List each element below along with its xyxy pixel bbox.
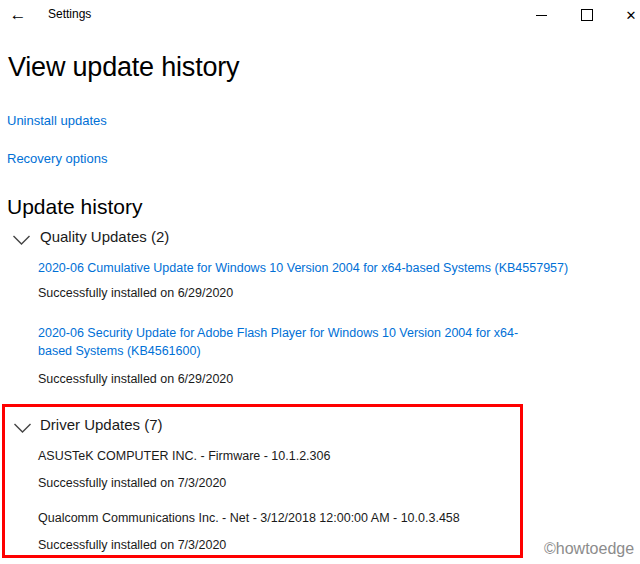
update-entry-status: Successfully installed on 6/29/2020 bbox=[38, 284, 233, 302]
uninstall-updates-link[interactable]: Uninstall updates bbox=[7, 113, 107, 128]
driver-entry-title: Qualcomm Communications Inc. - Net - 3/1… bbox=[38, 509, 460, 527]
maximize-button[interactable] bbox=[564, 0, 610, 30]
driver-entry-status: Successfully installed on 7/3/2020 bbox=[38, 536, 226, 554]
recovery-options-link[interactable]: Recovery options bbox=[7, 151, 107, 166]
quality-updates-collapse-toggle[interactable] bbox=[12, 232, 31, 250]
page-title: View update history bbox=[8, 52, 239, 83]
driver-updates-collapse-toggle[interactable] bbox=[13, 420, 32, 438]
chevron-down-icon bbox=[12, 234, 31, 246]
driver-updates-section-label[interactable]: Driver Updates (7) bbox=[40, 416, 163, 433]
chevron-down-icon bbox=[13, 422, 32, 434]
update-entry-link[interactable]: 2020-06 Cumulative Update for Windows 10… bbox=[38, 259, 568, 277]
back-arrow-icon: ← bbox=[10, 5, 27, 25]
close-button[interactable]: ✕ bbox=[608, 0, 640, 30]
back-button[interactable]: ← bbox=[2, 1, 34, 29]
maximize-icon bbox=[581, 9, 593, 21]
minimize-button[interactable] bbox=[518, 0, 564, 30]
window-title: Settings bbox=[48, 7, 91, 21]
update-entry-status: Successfully installed on 6/29/2020 bbox=[38, 370, 233, 388]
watermark: ©howtoedge bbox=[544, 540, 634, 558]
driver-entry-status: Successfully installed on 7/3/2020 bbox=[38, 474, 226, 492]
minimize-icon bbox=[536, 15, 547, 16]
driver-entry-title: ASUSTeK COMPUTER INC. - Firmware - 10.1.… bbox=[38, 447, 330, 465]
update-history-heading: Update history bbox=[7, 195, 142, 219]
quality-updates-section-label[interactable]: Quality Updates (2) bbox=[40, 228, 169, 245]
update-entry-link[interactable]: 2020-06 Security Update for Adobe Flash … bbox=[38, 324, 540, 360]
close-icon: ✕ bbox=[626, 9, 637, 22]
settings-window: ← Settings ✕ View update history Uninsta… bbox=[0, 0, 640, 564]
